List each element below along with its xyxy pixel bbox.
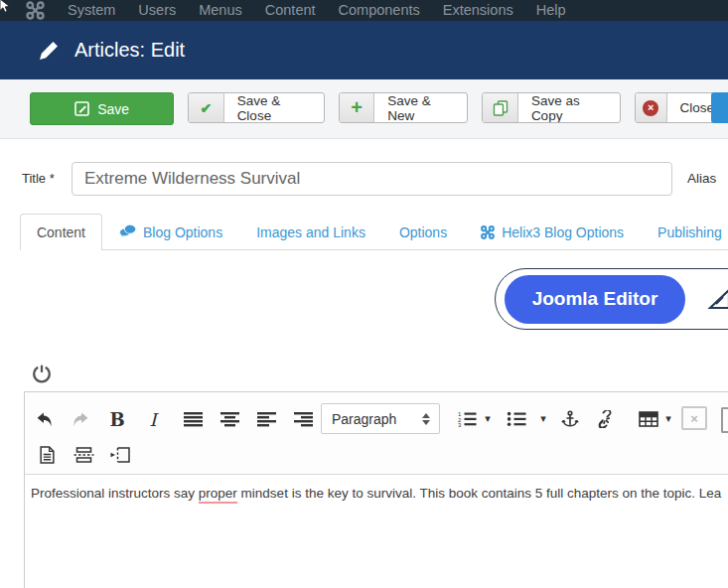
unlink-icon[interactable]	[593, 407, 617, 431]
paragraph-format-value: Paragraph	[332, 411, 396, 427]
tab-blog-options[interactable]: Blog Options	[119, 214, 222, 250]
align-center-icon[interactable]	[218, 407, 241, 431]
align-right-icon[interactable]	[291, 407, 315, 431]
pencil-icon	[38, 40, 60, 62]
save-button-label: Save	[97, 101, 129, 117]
tab-blog-options-label: Blog Options	[143, 224, 222, 240]
tab-content[interactable]: Content	[20, 214, 102, 250]
comments-icon	[119, 224, 136, 239]
menu-users[interactable]: Users	[138, 0, 176, 21]
undo-icon[interactable]	[32, 407, 56, 431]
anchor-icon[interactable]	[558, 407, 582, 431]
save-as-copy-button[interactable]: Save as Copy	[482, 92, 621, 123]
content-text-after: mindset is the key to survival. This boo…	[237, 486, 722, 501]
copy-icon	[483, 93, 517, 122]
joomla-article-edit-screen: System Users Menus Content Components Ex…	[0, 0, 728, 588]
select-arrows-icon	[422, 413, 430, 425]
action-toolbar: Save ✔ Save & Close + Save & New Save as…	[0, 79, 728, 139]
image-disabled-icon: ×	[681, 406, 707, 430]
align-justify-icon[interactable]	[181, 407, 205, 431]
help-button-partial[interactable]	[711, 92, 728, 123]
menu-help[interactable]: Help	[536, 0, 566, 21]
table-icon[interactable]	[637, 407, 660, 431]
page-header: Articles: Edit	[0, 21, 728, 79]
joomla-editor-button[interactable]: Joomla Editor	[505, 275, 685, 324]
save-pencil-square-icon	[74, 101, 89, 116]
plus-icon: +	[340, 93, 374, 122]
menu-content[interactable]: Content	[265, 0, 316, 21]
tab-images-and-links[interactable]: Images and Links	[256, 214, 365, 250]
menu-extensions[interactable]: Extensions	[443, 0, 513, 21]
bullet-list-icon[interactable]	[505, 407, 528, 431]
misspelled-word: proper	[199, 486, 237, 504]
admin-menubar: System Users Menus Content Components Ex…	[0, 0, 728, 21]
save-and-new-button[interactable]: + Save & New	[339, 92, 469, 123]
editor-switcher: Joomla Editor	[495, 268, 728, 330]
helix3-joomla-icon	[481, 225, 495, 239]
clipped-toolbar-icon[interactable]	[721, 407, 728, 433]
save-and-close-label: Save & Close	[224, 93, 324, 122]
page-break-icon[interactable]	[72, 443, 95, 467]
save-and-new-label: Save & New	[374, 93, 467, 122]
bullet-list-caret-icon[interactable]: ▾	[536, 412, 550, 425]
alternate-editor-icon[interactable]	[707, 286, 728, 312]
title-input[interactable]	[72, 162, 672, 196]
tab-publishing[interactable]: Publishing	[657, 214, 722, 250]
save-and-close-button[interactable]: ✔ Save & Close	[188, 92, 325, 123]
page-title: Articles: Edit	[74, 39, 185, 62]
bold-icon[interactable]: B	[105, 407, 129, 431]
editor-toolbar: B I	[25, 392, 728, 475]
tab-helix3-label: Helix3 Blog Options	[502, 224, 624, 240]
wysiwyg-editor: B I	[24, 391, 728, 588]
mouse-cursor	[0, 0, 13, 14]
check-icon: ✔	[189, 93, 223, 122]
menu-components[interactable]: Components	[339, 0, 420, 21]
menu-system[interactable]: System	[68, 0, 115, 21]
content-text: Professional instructors say	[31, 486, 199, 501]
redo-icon[interactable]	[69, 407, 92, 431]
save-as-copy-label: Save as Copy	[518, 93, 620, 122]
italic-icon[interactable]: I	[141, 407, 165, 431]
title-field-label: Title *	[22, 171, 55, 186]
editor-content-area[interactable]: Professional instructors say proper mind…	[25, 475, 728, 588]
numbered-list-icon[interactable]: 123	[455, 407, 479, 431]
joomla-logo-icon[interactable]	[26, 1, 45, 20]
read-more-icon[interactable]	[108, 443, 132, 467]
tab-options[interactable]: Options	[399, 214, 447, 250]
paragraph-format-select[interactable]: Paragraph	[321, 403, 440, 434]
source-document-icon[interactable]	[35, 443, 59, 467]
alias-field-label: Alias	[687, 171, 716, 186]
svg-text:3: 3	[458, 422, 462, 427]
close-circle-icon: ×	[636, 93, 666, 122]
tab-helix3-blog-options[interactable]: Helix3 Blog Options	[481, 214, 624, 250]
save-button[interactable]: Save	[30, 92, 174, 125]
tab-bar: Content Blog Options Images and Links Op…	[20, 214, 722, 250]
table-caret-icon[interactable]: ▾	[661, 412, 675, 425]
menu-menus[interactable]: Menus	[199, 0, 242, 21]
numbered-list-caret-icon[interactable]: ▾	[481, 412, 495, 425]
align-left-icon[interactable]	[254, 407, 278, 431]
toggle-editor-power-icon[interactable]	[32, 364, 54, 385]
